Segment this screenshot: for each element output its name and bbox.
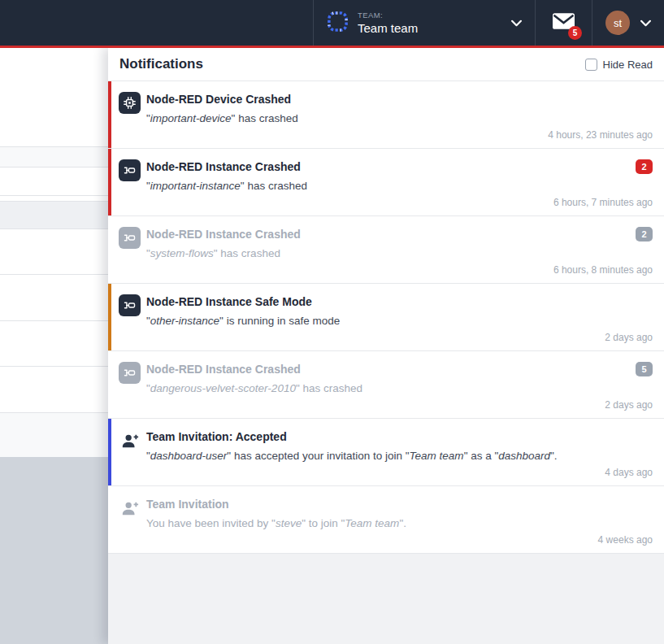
notification-timestamp: 6 hours, 7 minutes ago — [553, 197, 653, 208]
notification-item[interactable]: Node-RED Instance Crashed "important-ins… — [108, 149, 664, 216]
notifications-panel: Notifications Hide Read Node-RED Device … — [108, 48, 664, 644]
notification-title: Node-RED Device Crashed — [146, 93, 653, 106]
quoted-entity-name: Team team — [345, 517, 399, 529]
notification-item[interactable]: Node-RED Instance Crashed "dangerous-vel… — [108, 351, 664, 419]
notifications-list: Node-RED Device Crashed "important-devic… — [108, 81, 664, 554]
notification-title: Team Invitation: Accepted — [146, 430, 653, 443]
notification-timestamp: 4 weeks ago — [598, 534, 653, 546]
user-menu[interactable]: st — [592, 0, 664, 46]
notification-body: "dangerous-velvet-scoter-2010" has crash… — [146, 381, 653, 396]
background-row-divider — [0, 274, 108, 275]
quoted-entity-name: important-instance — [150, 180, 241, 192]
quoted-entity-name: important-device — [150, 112, 232, 124]
team-selector-text: TEAM: Team team — [358, 11, 418, 35]
quoted-entity-name: dangerous-velvet-scoter-2010 — [150, 382, 296, 394]
notification-item[interactable]: Team Invitation You have been invited by… — [108, 486, 664, 554]
notification-badge: 2 — [636, 159, 653, 174]
notification-badge: 2 — [636, 227, 653, 242]
hide-read-checkbox[interactable] — [585, 59, 597, 71]
body-text: " is running in safe mode — [219, 315, 340, 327]
notification-title: Node-RED Instance Crashed — [146, 363, 653, 376]
quoted-entity-name: steve — [276, 517, 302, 529]
notification-body: You have been invited by "steve" to join… — [146, 516, 653, 531]
notification-title: Node-RED Instance Crashed — [146, 160, 653, 173]
notification-badge: 5 — [636, 362, 653, 376]
quoted-entity-name: dashboard — [498, 450, 550, 462]
unread-accent-bar — [108, 81, 111, 148]
unread-accent-bar — [108, 419, 111, 485]
team-selector[interactable]: TEAM: Team team — [313, 0, 535, 46]
hide-read-label: Hide Read — [603, 59, 653, 71]
body-text: " has crashed — [214, 247, 280, 259]
background-row-divider — [0, 366, 108, 367]
body-text: ". — [550, 450, 558, 462]
unread-accent-bar — [108, 284, 111, 350]
top-navbar: TEAM: Team team 5 st — [0, 0, 664, 46]
notification-title: Team Invitation — [146, 498, 653, 511]
instance-icon — [119, 294, 141, 316]
background-row-divider — [0, 320, 108, 321]
notification-title: Node-RED Instance Crashed — [146, 228, 653, 241]
quoted-entity-name: Team team — [410, 450, 464, 462]
instance-icon — [119, 362, 141, 384]
background-page-row — [0, 202, 108, 228]
quoted-entity-name: other-instance — [150, 315, 219, 327]
app-window: TEAM: Team team 5 st — [0, 0, 664, 644]
notification-timestamp: 2 days ago — [605, 399, 653, 411]
notification-body: "important-instance" has crashed — [146, 179, 653, 194]
notification-body: "dashboard-user" has accepted your invit… — [146, 449, 653, 463]
notification-item[interactable]: Node-RED Device Crashed "important-devic… — [108, 81, 664, 149]
notifications-panel-header: Notifications Hide Read — [108, 48, 664, 81]
team-icon — [327, 11, 349, 36]
body-text: " has crashed — [241, 180, 307, 192]
instance-icon — [119, 227, 141, 249]
notification-timestamp: 6 hours, 8 minutes ago — [553, 264, 653, 276]
body-text: " has crashed — [296, 382, 362, 394]
notification-timestamp: 2 days ago — [605, 332, 653, 343]
chevron-down-icon — [511, 15, 522, 30]
quoted-entity-name: dashboard-user — [150, 450, 228, 462]
body-text: " has accepted your invitation to join " — [227, 450, 409, 462]
notification-title: Node-RED Instance Safe Mode — [146, 295, 653, 308]
body-text: " as a " — [464, 450, 499, 462]
notification-body: "other-instance" is running in safe mode — [146, 314, 653, 329]
team-label: TEAM: — [358, 11, 418, 20]
notification-body: "system-flows" has crashed — [146, 246, 653, 261]
user-add-icon — [119, 497, 141, 519]
background-page — [0, 48, 108, 644]
notification-item[interactable]: Node-RED Instance Safe Mode "other-insta… — [108, 284, 664, 351]
avatar: st — [605, 11, 630, 35]
notification-timestamp: 4 days ago — [605, 467, 653, 478]
background-row-divider — [0, 228, 108, 229]
unread-count-badge: 5 — [568, 26, 582, 40]
team-name: Team team — [358, 21, 418, 35]
body-text: " to join " — [302, 517, 345, 529]
notification-item[interactable]: Team Invitation: Accepted "dashboard-use… — [108, 419, 664, 486]
body-text: " has crashed — [232, 112, 298, 124]
notifications-toggle-button[interactable]: 5 — [535, 0, 592, 46]
background-row-divider — [0, 195, 108, 196]
body-text: You have been invited by " — [146, 517, 276, 529]
hide-read-toggle[interactable]: Hide Read — [585, 59, 653, 71]
page-title: Notifications — [119, 56, 203, 72]
user-add-icon — [119, 429, 141, 451]
notification-body: "important-device" has crashed — [146, 111, 653, 126]
background-row-divider — [0, 167, 108, 168]
background-page-row — [0, 413, 108, 457]
body-text: ". — [399, 517, 406, 529]
background-page-block — [0, 457, 108, 644]
notification-timestamp: 4 hours, 23 minutes ago — [548, 129, 653, 141]
navbar-spacer — [0, 0, 313, 46]
instance-icon — [119, 159, 141, 181]
background-page-row — [0, 147, 108, 167]
chevron-down-icon — [640, 15, 651, 30]
header-accent-line — [0, 46, 664, 48]
notification-item[interactable]: Node-RED Instance Crashed "system-flows"… — [108, 216, 664, 284]
quoted-entity-name: system-flows — [150, 247, 214, 259]
device-icon — [119, 92, 141, 114]
unread-accent-bar — [108, 149, 111, 215]
